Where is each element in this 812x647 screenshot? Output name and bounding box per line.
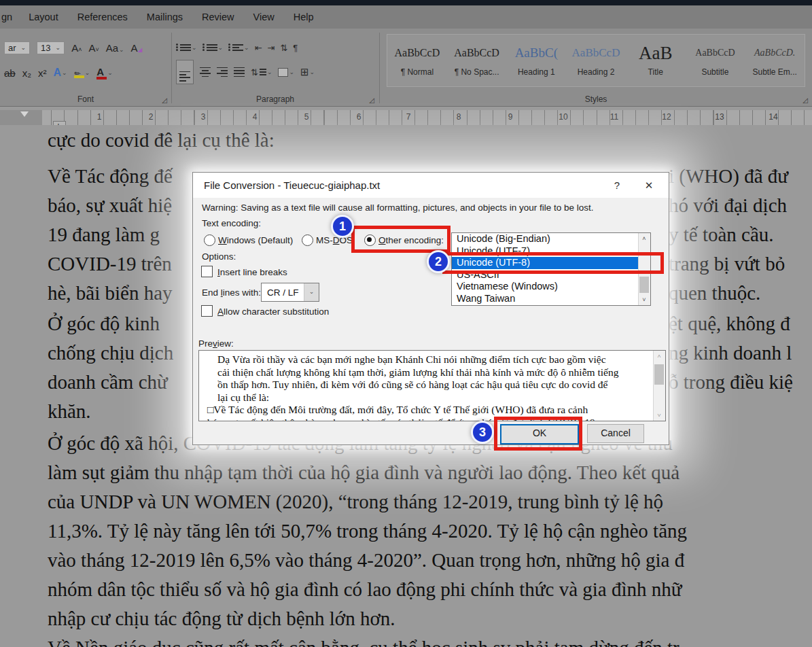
font-name-combo[interactable]: ar ⌄ [4, 41, 30, 54]
font-name-value: ar [8, 43, 16, 53]
horizontal-ruler[interactable]: 1 2 3 4 5 6 7 8 9 10 11 12 13 14 [0, 110, 812, 125]
superscript-button[interactable]: x² [38, 67, 47, 79]
change-case-button[interactable]: Aa⌄ [106, 42, 124, 54]
radio-ms-dos[interactable] [302, 234, 313, 246]
ruler-number: 9 [508, 112, 513, 122]
shrink-font-button[interactable]: A˅ [88, 42, 99, 54]
step-badge-3: 3 [471, 421, 494, 444]
insert-line-breaks-label[interactable]: Insert line breaks [217, 267, 287, 277]
style-label: Subtitle [686, 67, 745, 77]
preview-box[interactable]: Dạ Vừa rồi thầy và các bạn mới nghe bạn … [198, 350, 666, 421]
show-paragraph-marks-button[interactable]: ¶ [293, 43, 298, 53]
borders-button[interactable]: ⊞⌄ [300, 66, 315, 78]
decrease-indent-button[interactable]: ⇤ [255, 43, 262, 53]
encoding-option[interactable]: Wang Taiwan [452, 293, 650, 305]
cancel-button[interactable]: Cancel [587, 424, 644, 443]
allow-substitution-checkbox[interactable] [201, 305, 213, 317]
style-label: Heading 2 [566, 67, 626, 77]
font-dialog-launcher-icon[interactable]: ◿ [162, 97, 167, 104]
style-heading-1[interactable]: AaBbC( Heading 1 [506, 35, 566, 86]
preview-scrollbar[interactable]: ˄ ˅ [653, 351, 665, 421]
style-label: ¶ No Spac... [447, 67, 507, 77]
ruler-number: 14 [769, 112, 777, 122]
tab-view[interactable]: View [244, 12, 284, 22]
tab-design-partial[interactable]: gn [0, 12, 19, 22]
scroll-down-icon[interactable]: ˅ [654, 410, 665, 421]
clear-formatting-button[interactable]: A◢ [131, 42, 143, 54]
doc-line: 11,3%. Tỷ lệ này tăng lên tới 50,7% tron… [48, 520, 812, 547]
allow-substitution-label[interactable]: Allow character substitution [217, 307, 329, 317]
scrollbar-thumb[interactable] [654, 364, 664, 385]
paragraph-dialog-launcher-icon[interactable]: ◿ [369, 97, 374, 104]
end-lines-dropdown[interactable]: CR / LF ⌄ [261, 283, 319, 302]
text-encoding-label: Text encoding: [202, 218, 261, 228]
line-spacing-button[interactable]: ⇅⌄ [251, 67, 272, 77]
ribbon: ar ⌄ 13 ⌄ A˄ A˅ Aa⌄ A◢ ab x₂ x² A⌄ ✎ ⌄ [0, 29, 812, 107]
text-effects-button[interactable]: A⌄ [54, 67, 67, 79]
ruler-number: 2 [149, 112, 154, 122]
style-title[interactable]: AaB Title [626, 35, 686, 86]
scroll-up-icon[interactable]: ˄ [654, 351, 665, 362]
style-sample: AaBbCcD [686, 41, 745, 65]
ruler-number: 8 [457, 112, 461, 122]
ruler-number: 10 [559, 112, 567, 122]
align-center-button[interactable] [200, 67, 211, 77]
help-icon[interactable]: ? [603, 173, 631, 198]
insert-line-breaks-checkbox[interactable] [201, 266, 213, 277]
paragraph-group: ⌄ ⌄ ⌄ ⇤ ⇥ ⇅ ¶ ⇅⌄ ⌄ ⊞⌄ Paragraph ◿ [172, 29, 378, 105]
close-icon[interactable]: ✕ [635, 173, 663, 198]
highlight-box-utf8 [442, 252, 664, 274]
ribbon-tab-bar: gn Layout References Mailings Review Vie… [0, 5, 812, 29]
indent-marker-icon[interactable] [20, 111, 29, 117]
subscript-button[interactable]: x₂ [22, 67, 31, 79]
numbering-button[interactable]: ⌄ [202, 44, 224, 52]
style-no-spacing[interactable]: AaBbCcD ¶ No Spac... [447, 35, 507, 86]
style-heading-2[interactable]: AaBbCcD Heading 2 [566, 35, 626, 86]
preview-line: báo, sự xuất hiện thêm hàng chục nghìn t… [199, 417, 665, 421]
highlight-color-button[interactable]: ✎ ⌄ [74, 68, 90, 78]
font-size-combo[interactable]: 13 ⌄ [37, 41, 65, 54]
highlighter-icon: ✎ [74, 68, 84, 78]
tab-references[interactable]: References [68, 12, 137, 22]
multilevel-list-button[interactable]: ⌄ [228, 44, 249, 52]
style-subtitle[interactable]: AaBbCcD Subtitle [686, 35, 745, 86]
style-normal[interactable]: AaBbCcD ¶ Normal [387, 35, 447, 86]
chevron-down-icon: ⌄ [21, 44, 27, 51]
tab-layout[interactable]: Layout [19, 12, 68, 22]
font-color-button[interactable]: A ⌄ [96, 66, 113, 80]
sort-button[interactable]: ⇅ [280, 43, 287, 53]
font-group: ar ⌄ 13 ⌄ A˄ A˅ Aa⌄ A◢ ab x₂ x² A⌄ ✎ ⌄ [0, 29, 171, 105]
increase-indent-button[interactable]: ⇥ [268, 43, 275, 53]
bullets-button[interactable]: ⌄ [176, 44, 197, 52]
step-badge-2: 2 [427, 250, 450, 273]
doc-line: làm sụt giảm thu nhập tạm thời của hộ gi… [48, 461, 812, 489]
doc-line: nhập cư chịu tác động từ dịch bệnh lớn h… [48, 608, 812, 635]
ruler-number: 1 [97, 112, 102, 122]
shading-button[interactable]: ⌄ [278, 68, 294, 77]
radio-windows-default-label[interactable]: Windows (Default) [218, 235, 293, 245]
encoding-option[interactable]: Unicode (Big-Endian) [452, 233, 650, 245]
radio-windows-default[interactable] [204, 234, 215, 246]
tab-review[interactable]: Review [192, 12, 244, 22]
styles-dialog-launcher-icon[interactable]: ◿ [802, 97, 808, 104]
file-conversion-dialog: File Conversion - Tieuecuc-giaiphap.txt … [192, 172, 669, 445]
justify-button[interactable] [234, 67, 245, 77]
scroll-up-icon[interactable]: ˄ [639, 233, 650, 244]
scrollbar-thumb[interactable] [639, 277, 649, 293]
encoding-option[interactable]: Vietnamese (Windows) [452, 281, 650, 293]
style-subtle-emphasis[interactable]: AaBbCcD. Subtle Em... [745, 35, 805, 86]
scroll-down-icon[interactable]: ˅ [639, 294, 650, 305]
tab-mailings[interactable]: Mailings [137, 12, 192, 22]
grow-font-button[interactable]: A˄ [71, 42, 82, 54]
strikethrough-button[interactable]: ab [4, 67, 16, 79]
tab-help[interactable]: Help [284, 12, 323, 22]
align-left-button[interactable] [176, 60, 194, 84]
dialog-title-bar[interactable]: File Conversion - Tieuecuc-giaiphap.txt … [193, 173, 669, 198]
align-right-button[interactable] [217, 67, 228, 77]
chevron-down-icon[interactable]: ⌄ [304, 283, 319, 301]
paragraph-group-label: Paragraph [172, 94, 378, 104]
style-label: Subtle Em... [745, 67, 805, 77]
style-sample: AaBbCcD [566, 41, 626, 65]
paint-bucket-icon [278, 68, 288, 77]
chevron-down-icon: ⌄ [56, 44, 61, 51]
